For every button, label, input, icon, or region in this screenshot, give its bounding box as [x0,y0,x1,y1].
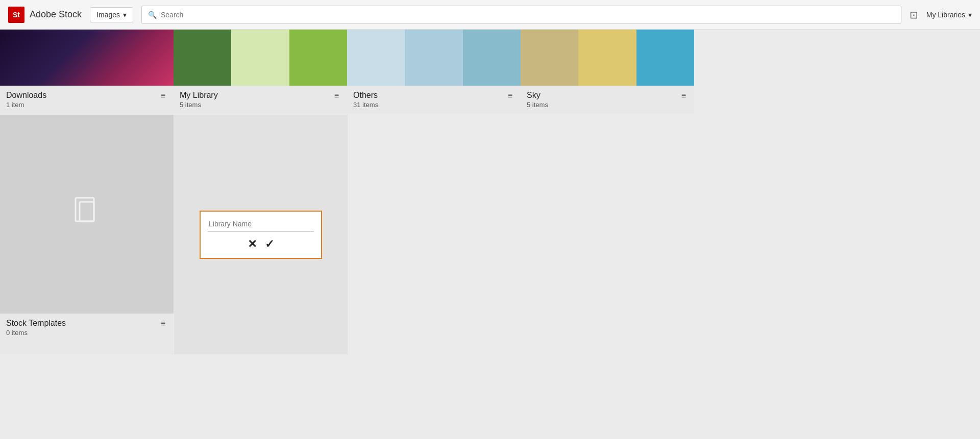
library-card-others[interactable]: Others 31 items ≡ [347,30,521,114]
search-bar: 🔍 [141,6,901,24]
library-card-mylibrary[interactable]: My Library 5 items ≡ [174,30,347,114]
library-name: Sky [527,91,548,100]
app-title: Adobe Stock [30,9,82,20]
stock-thumb [0,115,174,314]
library-card-info: Downloads 1 item ≡ [0,86,174,114]
library-count: 0 items [6,329,66,337]
adobe-stock-logo: St [8,7,24,23]
library-thumb-downloads [0,30,174,86]
library-count: 1 item [6,101,46,109]
library-grid-row1: Downloads 1 item ≡ My Library 5 items [0,30,980,115]
library-name-input[interactable] [208,218,314,231]
library-name: My Library [180,91,218,100]
search-input[interactable] [161,11,895,19]
new-library-actions: ✕ ✓ [208,238,314,251]
confirm-button[interactable]: ✓ [265,238,274,251]
library-card-info: Stock Templates 0 items ≡ [0,314,174,342]
chevron-down-icon: ▾ [968,11,972,19]
library-menu-icon[interactable]: ≡ [679,91,688,101]
library-card-info: Sky 5 items ≡ [521,86,694,114]
library-card-text: Others 31 items [353,91,378,109]
app-header: St Adobe Stock Images ▾ 🔍 ⊡ My Libraries… [0,0,980,30]
library-name: Downloads [6,91,46,100]
new-library-card: ✕ ✓ [174,115,348,354]
library-card-stock-templates[interactable]: Stock Templates 0 items ≡ [0,115,174,354]
library-count: 31 items [353,101,378,109]
library-placeholder-icon [71,196,102,233]
library-thumb-mylibrary [174,30,347,86]
camera-button[interactable]: ⊡ [910,9,918,21]
library-card-text: My Library 5 items [180,91,218,109]
new-library-form: ✕ ✓ [200,211,322,259]
svg-rect-1 [80,202,94,221]
search-icon: 🔍 [148,11,157,19]
library-thumb-others [347,30,521,86]
library-card-text: Stock Templates 0 items [6,319,66,337]
library-count: 5 items [180,101,218,109]
library-card-text: Downloads 1 item [6,91,46,109]
library-card-downloads[interactable]: Downloads 1 item ≡ [0,30,174,114]
main-content: Downloads 1 item ≡ My Library 5 items [0,30,980,439]
library-card-info: My Library 5 items ≡ [174,86,347,114]
library-menu-icon[interactable]: ≡ [332,91,341,101]
chevron-down-icon: ▾ [123,11,127,19]
library-card-info: Others 31 items ≡ [347,86,521,114]
library-menu-icon[interactable]: ≡ [159,319,167,329]
library-thumb-sky [521,30,694,86]
images-dropdown[interactable]: Images ▾ [90,7,133,22]
library-card-sky[interactable]: Sky 5 items ≡ [521,30,694,114]
library-name: Stock Templates [6,319,66,328]
logo-area: St Adobe Stock [8,7,82,23]
library-card-text: Sky 5 items [527,91,548,109]
library-menu-icon[interactable]: ≡ [506,91,514,101]
cancel-button[interactable]: ✕ [248,238,257,251]
library-menu-icon[interactable]: ≡ [159,91,167,101]
library-name: Others [353,91,378,100]
library-count: 5 items [527,101,548,109]
my-libraries-button[interactable]: My Libraries ▾ [926,11,972,19]
library-grid-row2: Stock Templates 0 items ≡ ✕ ✓ [0,115,980,354]
